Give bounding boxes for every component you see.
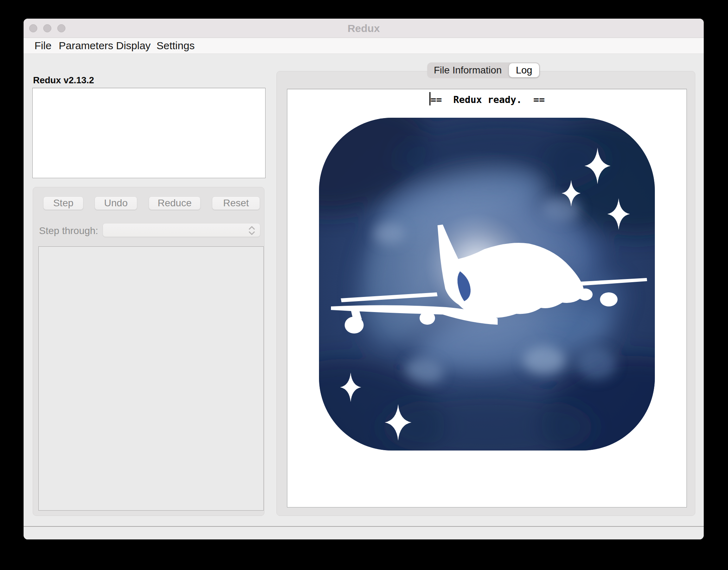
screenshot-root: { "window": { "title": "Redux", "traffic… — [0, 0, 728, 570]
display-panel: == Redux ready. == — [276, 71, 695, 516]
menu-file[interactable]: File — [34, 38, 51, 54]
step-through-label: Step through: — [39, 225, 98, 237]
reduce-button[interactable]: Reduce — [149, 196, 200, 210]
window-title: Redux — [24, 19, 704, 38]
redux-logo — [319, 118, 655, 451]
chevron-up-down-icon — [248, 226, 256, 235]
menu-display[interactable]: Display — [116, 38, 151, 54]
tab-log[interactable]: Log — [509, 63, 539, 77]
parameter-area[interactable] — [38, 246, 264, 511]
undo-button[interactable]: Undo — [95, 196, 137, 210]
tab-control: File Information Log — [427, 63, 540, 78]
file-list[interactable] — [32, 88, 266, 178]
title-bar: Redux — [24, 19, 704, 38]
tab-file-information[interactable]: File Information — [427, 63, 508, 78]
menu-parameters[interactable]: Parameters — [59, 38, 113, 54]
version-label: Redux v2.13.2 — [33, 75, 94, 86]
status-bar — [24, 527, 704, 539]
log-textarea[interactable]: == Redux ready. == — [287, 89, 687, 507]
menu-bar: File Parameters Display Settings — [24, 38, 704, 54]
menu-settings[interactable]: Settings — [157, 38, 194, 54]
step-through-select[interactable] — [103, 223, 260, 237]
app-window: Redux File Parameters Display Settings R… — [24, 19, 704, 539]
reset-button[interactable]: Reset — [212, 196, 260, 210]
reduction-control-panel: Step Undo Reduce Reset Step through: — [33, 187, 264, 516]
log-line: == Redux ready. == — [429, 92, 545, 108]
step-button[interactable]: Step — [43, 196, 83, 210]
